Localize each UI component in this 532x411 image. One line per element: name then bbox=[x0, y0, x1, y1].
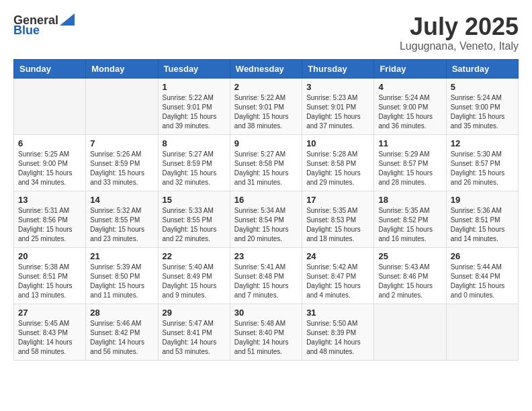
cell-details: Sunrise: 5:32 AMSunset: 8:55 PMDaylight:… bbox=[90, 206, 153, 244]
cell-details: Sunrise: 5:42 AMSunset: 8:47 PMDaylight:… bbox=[306, 263, 369, 300]
day-number: 17 bbox=[306, 195, 369, 205]
calendar-cell: 16Sunrise: 5:34 AMSunset: 8:54 PMDayligh… bbox=[230, 191, 302, 247]
day-number: 25 bbox=[378, 251, 441, 261]
weekday-header-row: SundayMondayTuesdayWednesdayThursdayFrid… bbox=[14, 59, 519, 78]
day-number: 21 bbox=[90, 251, 153, 261]
calendar-cell: 15Sunrise: 5:33 AMSunset: 8:55 PMDayligh… bbox=[158, 191, 230, 247]
cell-details: Sunrise: 5:27 AMSunset: 8:58 PMDaylight:… bbox=[234, 150, 298, 187]
calendar-cell: 24Sunrise: 5:42 AMSunset: 8:47 PMDayligh… bbox=[302, 247, 374, 304]
day-number: 19 bbox=[451, 195, 514, 205]
cell-details: Sunrise: 5:28 AMSunset: 8:58 PMDaylight:… bbox=[306, 150, 369, 187]
cell-details: Sunrise: 5:22 AMSunset: 9:01 PMDaylight:… bbox=[163, 93, 226, 131]
cell-details: Sunrise: 5:34 AMSunset: 8:54 PMDaylight:… bbox=[234, 206, 298, 244]
day-number: 7 bbox=[90, 138, 153, 148]
title-section: July 2025 Lugugnana, Veneto, Italy bbox=[400, 13, 519, 52]
calendar-cell: 12Sunrise: 5:30 AMSunset: 8:57 PMDayligh… bbox=[446, 134, 518, 191]
cell-details: Sunrise: 5:44 AMSunset: 8:44 PMDaylight:… bbox=[451, 263, 514, 300]
calendar-cell: 3Sunrise: 5:23 AMSunset: 9:01 PMDaylight… bbox=[302, 78, 374, 134]
day-number: 26 bbox=[451, 251, 514, 261]
calendar-cell: 5Sunrise: 5:24 AMSunset: 9:00 PMDaylight… bbox=[446, 78, 518, 134]
calendar-week-1: 1Sunrise: 5:22 AMSunset: 9:01 PMDaylight… bbox=[14, 78, 519, 134]
cell-details: Sunrise: 5:31 AMSunset: 8:56 PMDaylight:… bbox=[18, 206, 81, 244]
cell-details: Sunrise: 5:27 AMSunset: 8:59 PMDaylight:… bbox=[163, 150, 226, 187]
day-number: 8 bbox=[163, 138, 226, 148]
day-number: 18 bbox=[378, 195, 441, 205]
calendar-cell: 9Sunrise: 5:27 AMSunset: 8:58 PMDaylight… bbox=[230, 134, 302, 191]
calendar-cell: 14Sunrise: 5:32 AMSunset: 8:55 PMDayligh… bbox=[86, 191, 158, 247]
day-number: 1 bbox=[163, 82, 226, 92]
cell-details: Sunrise: 5:50 AMSunset: 8:39 PMDaylight:… bbox=[306, 319, 369, 357]
weekday-header-saturday: Saturday bbox=[446, 59, 518, 78]
cell-details: Sunrise: 5:35 AMSunset: 8:53 PMDaylight:… bbox=[306, 206, 369, 244]
calendar-table: SundayMondayTuesdayWednesdayThursdayFrid… bbox=[13, 59, 519, 361]
calendar-week-5: 27Sunrise: 5:45 AMSunset: 8:43 PMDayligh… bbox=[14, 304, 519, 360]
day-number: 3 bbox=[306, 82, 369, 92]
day-number: 11 bbox=[378, 138, 441, 148]
calendar-cell bbox=[86, 78, 158, 134]
calendar-cell: 26Sunrise: 5:44 AMSunset: 8:44 PMDayligh… bbox=[446, 247, 518, 304]
logo-icon bbox=[60, 13, 75, 26]
day-number: 12 bbox=[451, 138, 514, 148]
cell-details: Sunrise: 5:25 AMSunset: 9:00 PMDaylight:… bbox=[18, 150, 81, 187]
cell-details: Sunrise: 5:30 AMSunset: 8:57 PMDaylight:… bbox=[451, 150, 514, 187]
day-number: 27 bbox=[18, 308, 81, 318]
calendar-cell: 18Sunrise: 5:35 AMSunset: 8:52 PMDayligh… bbox=[374, 191, 446, 247]
calendar-cell: 29Sunrise: 5:47 AMSunset: 8:41 PMDayligh… bbox=[158, 304, 230, 360]
cell-details: Sunrise: 5:35 AMSunset: 8:52 PMDaylight:… bbox=[378, 206, 441, 244]
month-title: July 2025 bbox=[400, 13, 519, 40]
calendar-cell: 10Sunrise: 5:28 AMSunset: 8:58 PMDayligh… bbox=[302, 134, 374, 191]
logo-blue: Blue bbox=[13, 24, 40, 38]
cell-details: Sunrise: 5:33 AMSunset: 8:55 PMDaylight:… bbox=[163, 206, 226, 244]
weekday-header-tuesday: Tuesday bbox=[158, 59, 230, 78]
day-number: 2 bbox=[234, 82, 298, 92]
logo: General Blue bbox=[13, 13, 75, 38]
calendar-cell: 4Sunrise: 5:24 AMSunset: 9:00 PMDaylight… bbox=[374, 78, 446, 134]
calendar-cell: 6Sunrise: 5:25 AMSunset: 9:00 PMDaylight… bbox=[14, 134, 86, 191]
cell-details: Sunrise: 5:24 AMSunset: 9:00 PMDaylight:… bbox=[451, 93, 514, 131]
day-number: 22 bbox=[163, 251, 226, 261]
calendar-cell: 17Sunrise: 5:35 AMSunset: 8:53 PMDayligh… bbox=[302, 191, 374, 247]
day-number: 13 bbox=[18, 195, 81, 205]
cell-details: Sunrise: 5:23 AMSunset: 9:01 PMDaylight:… bbox=[306, 93, 369, 131]
svg-marker-0 bbox=[60, 13, 75, 26]
calendar-cell: 11Sunrise: 5:29 AMSunset: 8:57 PMDayligh… bbox=[374, 134, 446, 191]
calendar-cell bbox=[446, 304, 518, 360]
day-number: 4 bbox=[378, 82, 441, 92]
cell-details: Sunrise: 5:24 AMSunset: 9:00 PMDaylight:… bbox=[378, 93, 441, 131]
calendar-cell bbox=[14, 78, 86, 134]
cell-details: Sunrise: 5:48 AMSunset: 8:40 PMDaylight:… bbox=[234, 319, 298, 357]
day-number: 6 bbox=[18, 138, 81, 148]
cell-details: Sunrise: 5:36 AMSunset: 8:51 PMDaylight:… bbox=[451, 206, 514, 244]
day-number: 29 bbox=[163, 308, 226, 318]
calendar-week-2: 6Sunrise: 5:25 AMSunset: 9:00 PMDaylight… bbox=[14, 134, 519, 191]
day-number: 10 bbox=[306, 138, 369, 148]
calendar-cell: 2Sunrise: 5:22 AMSunset: 9:01 PMDaylight… bbox=[230, 78, 302, 134]
cell-details: Sunrise: 5:45 AMSunset: 8:43 PMDaylight:… bbox=[18, 319, 81, 357]
calendar-cell: 8Sunrise: 5:27 AMSunset: 8:59 PMDaylight… bbox=[158, 134, 230, 191]
calendar-cell: 31Sunrise: 5:50 AMSunset: 8:39 PMDayligh… bbox=[302, 304, 374, 360]
calendar-cell bbox=[374, 304, 446, 360]
calendar-cell: 27Sunrise: 5:45 AMSunset: 8:43 PMDayligh… bbox=[14, 304, 86, 360]
day-number: 20 bbox=[18, 251, 81, 261]
cell-details: Sunrise: 5:22 AMSunset: 9:01 PMDaylight:… bbox=[234, 93, 298, 131]
calendar-cell: 21Sunrise: 5:39 AMSunset: 8:50 PMDayligh… bbox=[86, 247, 158, 304]
calendar-cell: 20Sunrise: 5:38 AMSunset: 8:51 PMDayligh… bbox=[14, 247, 86, 304]
calendar-cell: 25Sunrise: 5:43 AMSunset: 8:46 PMDayligh… bbox=[374, 247, 446, 304]
day-number: 31 bbox=[306, 308, 369, 318]
day-number: 15 bbox=[163, 195, 226, 205]
calendar-cell: 13Sunrise: 5:31 AMSunset: 8:56 PMDayligh… bbox=[14, 191, 86, 247]
calendar-cell: 23Sunrise: 5:41 AMSunset: 8:48 PMDayligh… bbox=[230, 247, 302, 304]
day-number: 14 bbox=[90, 195, 153, 205]
calendar-week-3: 13Sunrise: 5:31 AMSunset: 8:56 PMDayligh… bbox=[14, 191, 519, 247]
calendar-cell: 7Sunrise: 5:26 AMSunset: 8:59 PMDaylight… bbox=[86, 134, 158, 191]
calendar-cell: 19Sunrise: 5:36 AMSunset: 8:51 PMDayligh… bbox=[446, 191, 518, 247]
day-number: 5 bbox=[451, 82, 514, 92]
weekday-header-thursday: Thursday bbox=[302, 59, 374, 78]
day-number: 28 bbox=[90, 308, 153, 318]
day-number: 9 bbox=[234, 138, 298, 148]
cell-details: Sunrise: 5:43 AMSunset: 8:46 PMDaylight:… bbox=[378, 263, 441, 300]
calendar-cell: 28Sunrise: 5:46 AMSunset: 8:42 PMDayligh… bbox=[86, 304, 158, 360]
day-number: 16 bbox=[234, 195, 298, 205]
weekday-header-friday: Friday bbox=[374, 59, 446, 78]
day-number: 24 bbox=[306, 251, 369, 261]
